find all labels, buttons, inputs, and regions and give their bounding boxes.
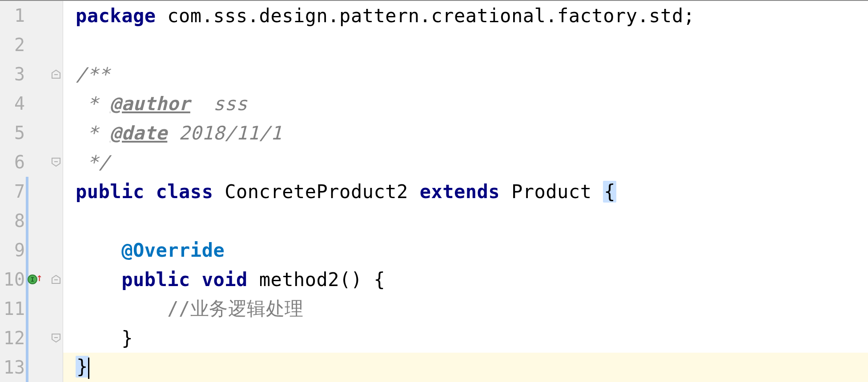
override-method-icon[interactable]: I↑	[28, 273, 40, 286]
gutter-row: 6	[0, 147, 63, 177]
line-number: 8	[0, 211, 26, 231]
code-line[interactable]: //业务逻辑处理	[63, 294, 868, 323]
gutter-row: 5	[0, 118, 63, 147]
line-number: 12	[0, 328, 26, 348]
gutter-row: 9	[0, 235, 63, 265]
line-number: 13	[0, 357, 26, 378]
fold-expand-icon[interactable]	[51, 333, 61, 343]
code-line[interactable]: /**	[63, 60, 868, 89]
code-line[interactable]	[63, 206, 868, 235]
code-line[interactable]: public void method2() {	[63, 265, 868, 294]
vcs-change-marker[interactable]	[26, 177, 28, 206]
gutter-row: 3	[0, 60, 63, 89]
line-number: 9	[0, 240, 26, 260]
caret	[88, 358, 89, 379]
line-number: 11	[0, 298, 26, 319]
line-number: 2	[0, 35, 26, 55]
code-line[interactable]: * @date 2018/11/1	[63, 118, 868, 147]
code-line[interactable]: */	[63, 147, 868, 177]
gutter-row: 1	[0, 1, 63, 30]
line-number: 1	[0, 5, 26, 26]
code-line-current[interactable]: }	[63, 353, 868, 382]
fold-expand-icon[interactable]	[51, 157, 61, 167]
gutter: 1 2 3 4 5 6 7 8 9	[0, 1, 63, 382]
fold-collapse-icon[interactable]	[51, 69, 61, 80]
gutter-row: 11	[0, 294, 63, 323]
code-line[interactable]: @Override	[63, 235, 868, 265]
gutter-row: 13	[0, 353, 63, 382]
line-number: 5	[0, 123, 26, 143]
vcs-change-marker[interactable]	[26, 353, 28, 382]
gutter-row: 4	[0, 89, 63, 118]
vcs-change-marker[interactable]	[26, 294, 28, 323]
gutter-row: 8	[0, 206, 63, 235]
code-line[interactable]	[63, 30, 868, 60]
line-number: 3	[0, 64, 26, 84]
gutter-row: 7	[0, 177, 63, 206]
code-editor[interactable]: package com.sss.design.pattern.creationa…	[63, 1, 868, 382]
code-line[interactable]: * @author sss	[63, 89, 868, 118]
code-line[interactable]: package com.sss.design.pattern.creationa…	[63, 1, 868, 30]
gutter-row: 10 I↑	[0, 265, 63, 294]
vcs-change-marker[interactable]	[26, 206, 28, 235]
vcs-change-marker[interactable]	[26, 235, 28, 265]
code-line[interactable]: public class ConcreteProduct2 extends Pr…	[63, 177, 868, 206]
vcs-change-marker[interactable]	[26, 323, 28, 353]
line-number: 4	[0, 93, 26, 114]
gutter-row: 2	[0, 30, 63, 60]
code-line[interactable]: }	[63, 323, 868, 353]
line-number: 6	[0, 152, 26, 172]
line-number: 10	[0, 269, 26, 290]
gutter-row: 12	[0, 323, 63, 353]
line-number: 7	[0, 181, 26, 202]
fold-collapse-icon[interactable]	[51, 274, 61, 285]
